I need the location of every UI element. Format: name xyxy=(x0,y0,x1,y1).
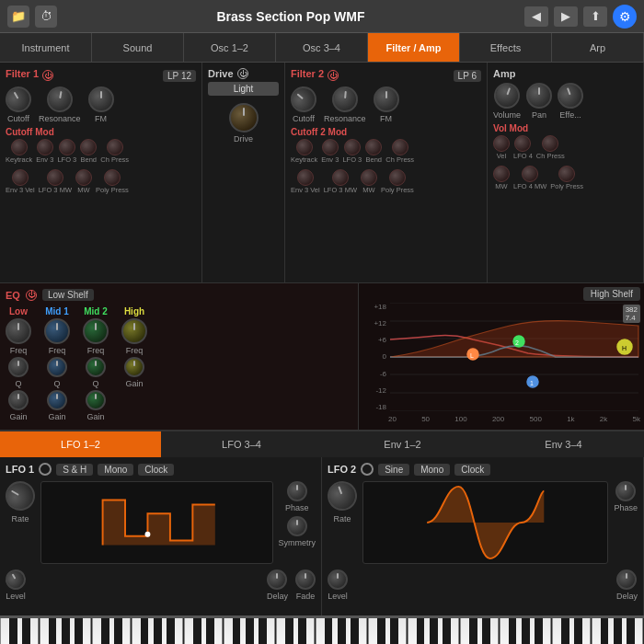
tab-osc12[interactable]: Osc 1–2 xyxy=(184,33,276,62)
black-key[interactable] xyxy=(417,618,425,644)
black-key[interactable] xyxy=(49,618,57,644)
mod2-env3vel-knob[interactable] xyxy=(297,169,314,186)
amp-chpress-knob[interactable] xyxy=(542,135,558,152)
mod2-polypress-knob[interactable] xyxy=(389,169,406,186)
black-key[interactable] xyxy=(154,618,162,644)
filter2-resonance-knob[interactable] xyxy=(331,86,359,113)
low-shelf-button[interactable]: Low Shelf xyxy=(42,289,94,301)
amp-polypress-knob[interactable] xyxy=(558,166,575,182)
mod-lfo3mw-knob[interactable] xyxy=(47,169,63,186)
lfo2-level-knob[interactable] xyxy=(328,569,348,590)
mod2-lfo3mw-knob[interactable] xyxy=(332,169,349,186)
lfo2-mono-button[interactable]: Mono xyxy=(414,464,450,476)
black-key[interactable] xyxy=(338,618,346,644)
filter2-fm-knob[interactable] xyxy=(374,86,399,112)
filter1-cutoff-knob[interactable] xyxy=(1,82,36,117)
tab-lfo34[interactable]: LFO 3–4 xyxy=(161,431,322,457)
tab-instrument[interactable]: Instrument xyxy=(0,33,92,62)
lfo1-clock-button[interactable]: Clock xyxy=(138,464,174,476)
lfo1-symmetry-knob[interactable] xyxy=(287,516,307,536)
black-key[interactable] xyxy=(469,618,477,644)
black-key[interactable] xyxy=(535,618,543,644)
amp-lfo4-knob[interactable] xyxy=(514,135,531,152)
black-key[interactable] xyxy=(351,618,359,644)
amp-lfo4mw-knob[interactable] xyxy=(522,166,538,182)
black-key[interactable] xyxy=(114,618,122,644)
mod-lfo3-knob[interactable] xyxy=(59,139,75,155)
lfo2-waveform-button[interactable]: Sine xyxy=(378,464,409,476)
black-key[interactable] xyxy=(430,618,438,644)
mod-keytrack-knob[interactable] xyxy=(11,139,28,155)
amp-effe-knob[interactable] xyxy=(554,79,587,112)
lfo2-rate-knob[interactable] xyxy=(323,477,361,514)
lfo1-mono-button[interactable]: Mono xyxy=(98,464,133,476)
tab-lfo12[interactable]: LFO 1–2 xyxy=(0,431,161,457)
eq-mid1-gain-knob[interactable] xyxy=(47,390,67,410)
eq-mid2-freq-knob[interactable] xyxy=(83,318,109,344)
black-key[interactable] xyxy=(75,618,83,644)
black-key[interactable] xyxy=(167,618,175,644)
tab-effects[interactable]: Effects xyxy=(460,33,552,62)
lfo2-clock-button[interactable]: Clock xyxy=(454,464,490,476)
next-button[interactable]: ▶ xyxy=(554,6,578,27)
black-key[interactable] xyxy=(22,618,30,644)
save-button[interactable]: ⬆ xyxy=(583,6,607,27)
lfo2-delay-knob[interactable] xyxy=(616,569,637,590)
mod-bend-knob[interactable] xyxy=(80,139,97,155)
mod2-chpress-knob[interactable] xyxy=(392,139,408,155)
black-key[interactable] xyxy=(522,618,530,644)
tab-filter-amp[interactable]: Filter / Amp xyxy=(368,33,460,62)
mod2-env3-knob[interactable] xyxy=(322,139,339,155)
black-key[interactable] xyxy=(101,618,109,644)
clock-icon[interactable]: ⏱ xyxy=(35,6,57,28)
mod2-keytrack-knob[interactable] xyxy=(296,139,313,155)
lfo1-waveform-button[interactable]: S & H xyxy=(56,464,93,476)
mod2-mw-knob[interactable] xyxy=(361,169,377,186)
mod-chpress-knob[interactable] xyxy=(107,139,123,155)
lfo2-phase-knob[interactable] xyxy=(615,481,636,501)
eq-high-gain-knob[interactable] xyxy=(124,357,144,377)
black-key[interactable] xyxy=(377,618,385,644)
filter2-cutoff-knob[interactable] xyxy=(285,81,321,117)
amp-mw-knob[interactable] xyxy=(493,166,510,182)
black-key[interactable] xyxy=(298,618,306,644)
black-key[interactable] xyxy=(601,618,609,644)
drive-power-btn[interactable]: ⏻ xyxy=(237,68,248,79)
black-key[interactable] xyxy=(9,618,17,644)
light-button[interactable]: Light xyxy=(208,82,279,96)
eq-mid1-q-knob[interactable] xyxy=(47,357,67,377)
eq-mid2-q-knob[interactable] xyxy=(86,357,106,377)
eq-low-q-knob[interactable] xyxy=(8,357,29,377)
black-key[interactable] xyxy=(614,618,622,644)
eq-low-freq-knob[interactable] xyxy=(6,318,31,344)
eq-low-gain-knob[interactable] xyxy=(8,390,29,410)
black-key[interactable] xyxy=(627,618,635,644)
tab-env34[interactable]: Env 3–4 xyxy=(483,431,644,457)
lfo1-delay-knob[interactable] xyxy=(267,569,287,590)
mod-env3-knob[interactable] xyxy=(37,139,53,155)
mod-mw-knob[interactable] xyxy=(75,169,92,186)
black-key[interactable] xyxy=(561,618,569,644)
black-key[interactable] xyxy=(193,618,201,644)
mod-env3vel-knob[interactable] xyxy=(12,169,29,186)
mod2-bend-knob[interactable] xyxy=(365,139,382,155)
eq-high-freq-knob[interactable] xyxy=(121,318,147,344)
black-key[interactable] xyxy=(246,618,254,644)
lfo1-rate-knob[interactable] xyxy=(0,476,40,516)
amp-pan-knob[interactable] xyxy=(526,83,552,109)
lfo1-level-knob[interactable] xyxy=(2,566,29,593)
black-key[interactable] xyxy=(443,618,451,644)
eq-mid2-gain-knob[interactable] xyxy=(86,390,106,410)
high-shelf-button[interactable]: High Shelf xyxy=(583,287,640,301)
tab-sound[interactable]: Sound xyxy=(92,33,184,62)
amp-volume-knob[interactable] xyxy=(490,79,523,112)
black-key[interactable] xyxy=(206,618,214,644)
black-key[interactable] xyxy=(62,618,70,644)
drive-knob[interactable] xyxy=(229,103,259,132)
lfo1-phase-knob[interactable] xyxy=(287,481,307,501)
black-key[interactable] xyxy=(325,618,333,644)
mod2-lfo3-knob[interactable] xyxy=(344,139,361,155)
filter2-power-btn[interactable]: ⏻ xyxy=(328,70,339,81)
black-key[interactable] xyxy=(509,618,517,644)
folder-icon[interactable]: 📁 xyxy=(7,6,29,28)
